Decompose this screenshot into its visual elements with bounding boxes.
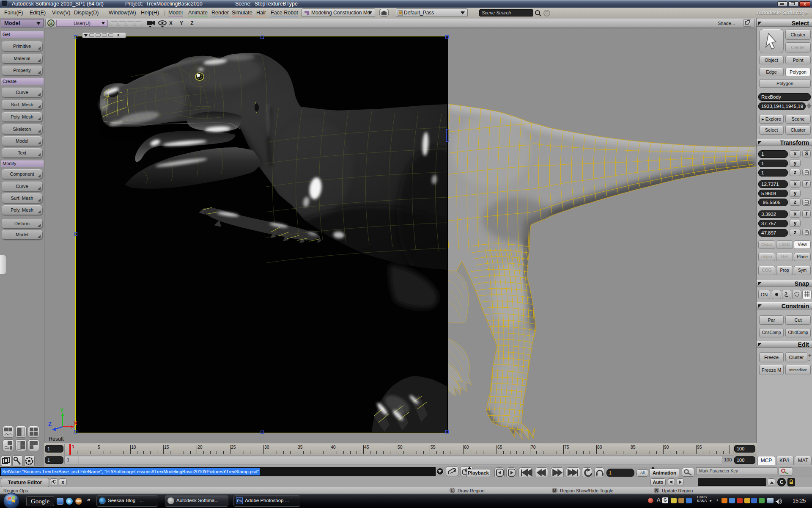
svg-text:X: X [74,420,77,426]
svg-text:Z: Z [48,421,52,427]
svg-text:Y: Y [60,407,64,414]
